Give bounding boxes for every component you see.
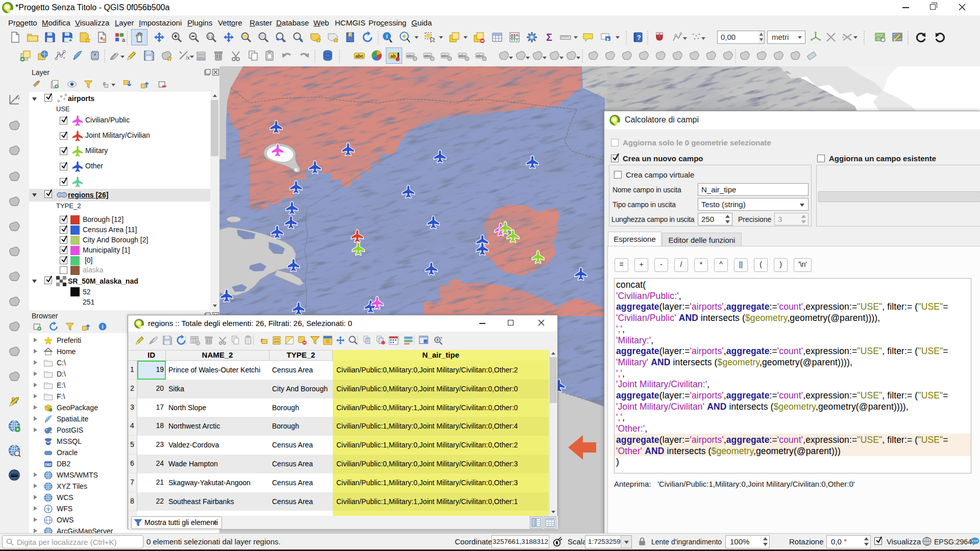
svg-text:N: N [16,95,19,101]
svg-text:*: * [63,56,65,61]
svg-text:1:1: 1:1 [208,35,213,38]
svg-text:Σ: Σ [546,32,552,43]
svg-text:*: * [94,53,96,59]
svg-text:DB2: DB2 [45,463,52,466]
svg-text:i: i [386,33,387,39]
svg-text:a: a [122,37,126,43]
svg-text:ab: ab [390,54,396,59]
svg-text:V: V [47,508,50,512]
svg-text:i: i [102,323,103,330]
svg-text:/x: /x [186,55,190,61]
svg-text:abc: abc [355,54,363,59]
svg-text:?: ? [637,34,641,41]
